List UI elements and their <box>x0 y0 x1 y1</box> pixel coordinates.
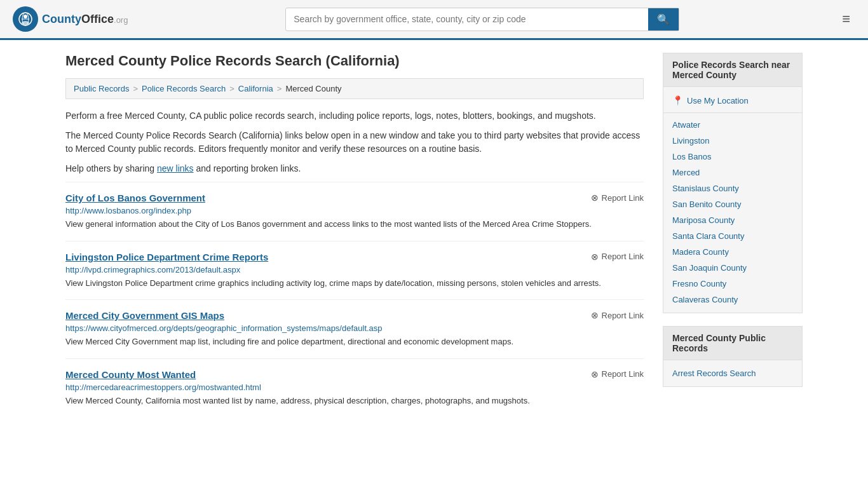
report-icon: ⊗ <box>591 252 599 262</box>
result-item: Merced County Most Wanted ⊗ Report Link … <box>65 358 644 417</box>
sidebar-link-fresno[interactable]: Fresno County <box>663 276 802 292</box>
breadcrumb-sep-2: > <box>229 84 234 93</box>
result-item: City of Los Banos Government ⊗ Report Li… <box>65 182 644 241</box>
breadcrumb-california[interactable]: California <box>238 84 273 93</box>
sidebar-link-arrest-records[interactable]: Arrest Records Search <box>663 365 802 381</box>
report-link-button[interactable]: ⊗ Report Link <box>591 252 644 262</box>
logo-text: CountyOffice.org <box>42 13 128 26</box>
sidebar-link-santaclara[interactable]: Santa Clara County <box>663 228 802 244</box>
result-title[interactable]: Livingston Police Department Crime Repor… <box>65 252 268 262</box>
result-desc: View Merced City Government map list, in… <box>65 336 644 348</box>
result-header: Merced City Government GIS Maps ⊗ Report… <box>65 310 644 321</box>
records-box-title: Merced County Public Records <box>663 327 802 360</box>
sidebar-link-merced[interactable]: Merced <box>663 165 802 180</box>
result-desc: View Merced County, California most want… <box>65 395 644 407</box>
search-bar: 🔍 <box>285 8 679 31</box>
breadcrumb-sep-1: > <box>133 84 138 93</box>
description-3: Help others by sharing new links and rep… <box>65 162 644 175</box>
sidebar-link-sanbenito[interactable]: San Benito County <box>663 196 802 212</box>
breadcrumb-police-records-search[interactable]: Police Records Search <box>142 84 226 93</box>
records-box-content: Arrest Records Search <box>663 360 802 386</box>
sidebar-link-calaveras[interactable]: Calaveras County <box>663 292 802 308</box>
search-input[interactable] <box>286 9 648 29</box>
result-url[interactable]: http://lvpd.crimegraphics.com/2013/defau… <box>65 265 644 274</box>
result-header: Merced County Most Wanted ⊗ Report Link <box>65 369 644 380</box>
new-links-link[interactable]: new links <box>157 163 194 173</box>
report-icon: ⊗ <box>591 369 599 379</box>
sidebar-link-stanislaus[interactable]: Stanislaus County <box>663 180 802 196</box>
use-my-location[interactable]: 📍 Use My Location <box>663 92 802 109</box>
svg-point-1 <box>24 15 27 18</box>
sidebar-link-mariposa[interactable]: Mariposa County <box>663 212 802 228</box>
description-3-post: and reporting broken links. <box>194 163 301 173</box>
site-header: CountyOffice.org 🔍 ≡ <box>0 0 868 40</box>
result-title[interactable]: City of Los Banos Government <box>65 193 205 203</box>
search-button[interactable]: 🔍 <box>648 8 679 30</box>
description-1: Perform a free Merced County, CA public … <box>65 109 644 123</box>
report-icon: ⊗ <box>591 193 599 203</box>
breadcrumb: Public Records > Police Records Search >… <box>65 78 644 99</box>
report-link-label: Report Link <box>602 369 644 379</box>
hamburger-icon: ≡ <box>842 11 850 27</box>
result-url[interactable]: https://www.cityofmerced.org/depts/geogr… <box>65 323 644 333</box>
main-container: Merced County Police Records Search (Cal… <box>53 40 815 430</box>
description-3-pre: Help others by sharing <box>65 163 157 173</box>
main-content: Merced County Police Records Search (Cal… <box>65 53 644 417</box>
sidebar-link-madera[interactable]: Madera County <box>663 244 802 260</box>
sidebar-divider <box>663 112 802 113</box>
sidebar-link-losbanos[interactable]: Los Banos <box>663 149 802 165</box>
report-link-label: Report Link <box>602 252 644 261</box>
result-desc: View Livingston Police Department crime … <box>65 277 644 290</box>
menu-button[interactable]: ≡ <box>837 8 855 30</box>
sidebar-link-atwater[interactable]: Atwater <box>663 117 802 133</box>
breadcrumb-sep-3: > <box>277 84 282 93</box>
description-2: The Merced County Police Records Search … <box>65 129 644 156</box>
result-url[interactable]: http://www.losbanos.org/index.php <box>65 206 644 215</box>
result-header: Livingston Police Department Crime Repor… <box>65 252 644 262</box>
results-list: City of Los Banos Government ⊗ Report Li… <box>65 182 644 417</box>
sidebar: Police Records Search near Merced County… <box>663 53 803 417</box>
records-box: Merced County Public Records Arrest Reco… <box>663 326 803 387</box>
search-icon: 🔍 <box>657 14 670 25</box>
location-icon: 📍 <box>672 95 683 105</box>
result-header: City of Los Banos Government ⊗ Report Li… <box>65 193 644 203</box>
report-link-button[interactable]: ⊗ Report Link <box>591 193 644 203</box>
sidebar-link-livingston[interactable]: Livingston <box>663 133 802 149</box>
result-desc: View general information about the City … <box>65 218 644 231</box>
nearby-box-content: 📍 Use My Location Atwater Livingston Los… <box>663 87 802 313</box>
use-location-label: Use My Location <box>687 96 749 105</box>
report-link-label: Report Link <box>602 193 644 203</box>
logo-link[interactable]: CountyOffice.org <box>13 6 128 32</box>
nearby-box: Police Records Search near Merced County… <box>663 53 803 313</box>
result-title[interactable]: Merced County Most Wanted <box>65 369 196 380</box>
result-item: Merced City Government GIS Maps ⊗ Report… <box>65 299 644 358</box>
breadcrumb-public-records[interactable]: Public Records <box>74 84 129 93</box>
report-link-button[interactable]: ⊗ Report Link <box>591 369 644 379</box>
report-icon: ⊗ <box>591 310 599 320</box>
nearby-box-title: Police Records Search near Merced County <box>663 53 802 87</box>
page-title: Merced County Police Records Search (Cal… <box>65 53 644 69</box>
sidebar-link-sanjoacquin[interactable]: San Joaquin County <box>663 260 802 276</box>
result-url[interactable]: http://mercedareacrimestoppers.org/mostw… <box>65 383 644 392</box>
logo-icon <box>13 6 38 32</box>
breadcrumb-merced-county: Merced County <box>285 84 341 93</box>
report-link-button[interactable]: ⊗ Report Link <box>591 310 644 320</box>
report-link-label: Report Link <box>602 311 644 320</box>
result-title[interactable]: Merced City Government GIS Maps <box>65 310 224 321</box>
result-item: Livingston Police Department Crime Repor… <box>65 241 644 300</box>
